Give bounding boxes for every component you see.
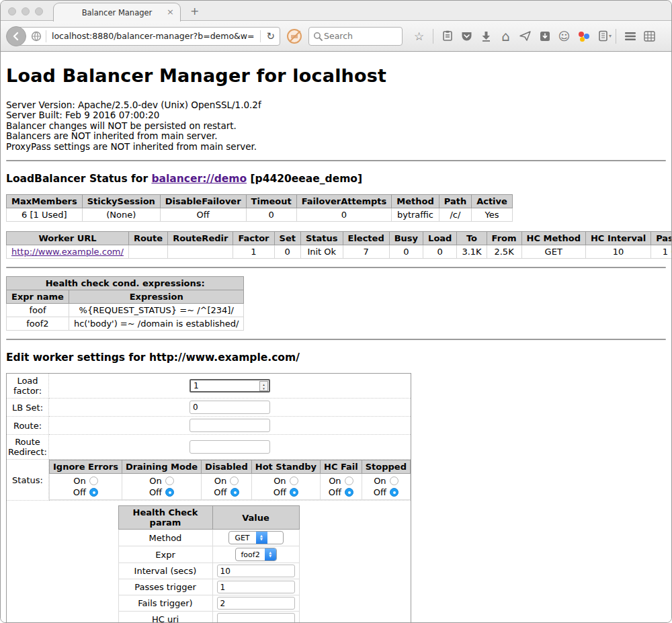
send-tab-icon[interactable] xyxy=(515,27,535,46)
tab-balancer-manager[interactable]: Balancer Manager × xyxy=(53,3,181,22)
col-busy: Busy xyxy=(389,232,423,245)
number-spinner-icon[interactable]: ▴▾ xyxy=(259,381,268,391)
search-input[interactable] xyxy=(323,30,390,42)
off-label: Off xyxy=(374,487,386,497)
status-label: Status: xyxy=(7,460,49,501)
table-header-row: Expr name Expression xyxy=(7,290,244,304)
col-active: Active xyxy=(472,195,513,208)
off-label: Off xyxy=(149,487,162,497)
back-button[interactable] xyxy=(6,26,26,46)
method-select[interactable]: GET ▲▼ xyxy=(228,531,284,544)
bookmark-star-icon[interactable]: ☆ xyxy=(409,27,429,46)
radio-row: On Off On Off On Off xyxy=(50,474,411,500)
expr-table-title: Health check cond. expressions: xyxy=(7,277,244,290)
table-row: foof %{REQUEST_STATUS} =~ /^[234]/ xyxy=(7,304,244,317)
menu-hamburger-icon[interactable] xyxy=(620,27,640,46)
save-to-device-icon[interactable] xyxy=(535,27,554,46)
col-path: Path xyxy=(439,195,471,208)
col-factor: Factor xyxy=(233,232,274,245)
new-tab-button[interactable]: + xyxy=(190,5,199,17)
lb-set-input[interactable] xyxy=(190,401,270,414)
cell-to: 3.1K xyxy=(457,245,487,259)
interval-label: Interval (secs) xyxy=(118,563,212,579)
balancer-demo-link[interactable]: balancer://demo xyxy=(151,173,247,185)
downloads-icon[interactable] xyxy=(476,27,496,46)
ignore-errors-off-radio[interactable] xyxy=(89,488,98,497)
route-label: Route: xyxy=(7,417,49,435)
route-input[interactable] xyxy=(190,419,270,432)
hc-uri-input[interactable] xyxy=(217,613,295,622)
hc-row-method: Method GET ▲▼ xyxy=(118,530,299,546)
zoom-window-button[interactable] xyxy=(35,7,43,15)
worker-status-table: Worker URL Route RouteRedir Factor Set S… xyxy=(6,231,671,259)
heading-suffix: [p4420eeae_demo] xyxy=(247,173,362,185)
reload-icon[interactable]: ↻ xyxy=(265,30,280,42)
form-row-route-redirect: Route Redirect: xyxy=(7,435,411,460)
divider xyxy=(6,160,666,161)
server-version-line: Server Version: Apache/2.5.0-dev (Unix) … xyxy=(6,100,666,110)
search-bar[interactable] xyxy=(308,27,403,46)
content-blocked-icon[interactable] xyxy=(287,29,302,44)
draining-mode-off-radio[interactable] xyxy=(165,488,174,497)
form-row-status: Status: Ignore Errors Draining Mode Disa… xyxy=(7,460,411,501)
col-worker-url: Worker URL xyxy=(7,232,129,245)
divider xyxy=(6,267,666,268)
pocket-icon[interactable] xyxy=(457,27,476,46)
expr-label: Expr xyxy=(118,546,212,563)
health-check-table: Health Check param Value Method GET ▲▼ xyxy=(118,505,300,622)
minimize-window-button[interactable] xyxy=(22,7,30,15)
col-disabled: Disabled xyxy=(202,460,252,474)
form-row-health-check: Health Check param Value Method GET ▲▼ xyxy=(7,501,411,622)
feedback-smiley-icon[interactable]: ☺ xyxy=(554,27,574,46)
close-window-button[interactable] xyxy=(8,7,16,15)
balancers-notice-line: Balancers are NOT inherited from main se… xyxy=(6,131,666,141)
passes-trigger-label: Passes trigger xyxy=(118,579,212,595)
worker-url-link[interactable]: http://www.example.com/ xyxy=(11,247,124,257)
hc-fail-on-radio[interactable] xyxy=(345,476,353,485)
hc-fail-off-radio[interactable] xyxy=(345,488,353,497)
clipboard-icon[interactable] xyxy=(437,27,457,46)
server-info: Server Version: Apache/2.5.0-dev (Unix) … xyxy=(6,100,666,152)
globe-icon[interactable] xyxy=(31,31,42,42)
route-redirect-input[interactable] xyxy=(190,440,270,454)
chevron-down-icon[interactable]: ▾ xyxy=(609,33,612,39)
extension-colordots-icon[interactable] xyxy=(574,27,593,46)
cell-disablefailover: Off xyxy=(160,208,246,222)
on-label: On xyxy=(73,476,85,486)
interval-input[interactable] xyxy=(217,565,295,577)
page-content: Load Balancer Manager for localhost Serv… xyxy=(1,52,671,622)
tab-bar: Balancer Manager × + xyxy=(1,1,671,21)
table-header-row: Health Check param Value xyxy=(118,506,299,530)
tab-close-icon[interactable]: × xyxy=(167,7,174,17)
fails-trigger-input[interactable] xyxy=(217,597,295,610)
stopped-off-radio[interactable] xyxy=(390,488,398,497)
col-disablefailover: DisableFailover xyxy=(160,195,246,208)
hot-standby-off-radio[interactable] xyxy=(290,488,298,497)
col-value: Value xyxy=(212,506,299,530)
stopped-on-radio[interactable] xyxy=(390,476,398,485)
col-expression: Expression xyxy=(69,290,244,304)
ignore-errors-on-radio[interactable] xyxy=(89,476,98,485)
page-title: Load Balancer Manager for localhost xyxy=(6,65,666,86)
disabled-on-radio[interactable] xyxy=(230,476,239,485)
disabled-off-radio[interactable] xyxy=(230,488,239,497)
col-stickysession: StickySession xyxy=(82,195,160,208)
off-label: Off xyxy=(274,487,286,497)
off-label: Off xyxy=(214,487,226,497)
col-health-check-param: Health Check param xyxy=(118,506,212,530)
on-label: On xyxy=(274,476,286,486)
passes-trigger-input[interactable] xyxy=(217,581,295,593)
home-icon[interactable]: ⌂ xyxy=(496,27,515,46)
expr-select-value: foof2 xyxy=(236,550,265,559)
hot-standby-on-radio[interactable] xyxy=(290,476,298,485)
load-factor-input[interactable] xyxy=(190,379,270,392)
cell-stickysession: (None) xyxy=(82,208,160,222)
expr-select[interactable]: foof2 ▲▼ xyxy=(235,548,277,561)
address-input[interactable] xyxy=(50,30,256,42)
draining-mode-on-radio[interactable] xyxy=(165,476,174,485)
hc-row-interval: Interval (secs) xyxy=(118,563,299,579)
tab-groups-grid-icon[interactable] xyxy=(640,27,659,46)
table-row: 6 [1 Used] (None) Off 0 0 bytraffic /c/ … xyxy=(7,208,513,222)
url-bar[interactable]: ↻ xyxy=(17,27,280,46)
loadbalancer-status-heading: LoadBalancer Status for balancer://demo … xyxy=(6,173,666,185)
